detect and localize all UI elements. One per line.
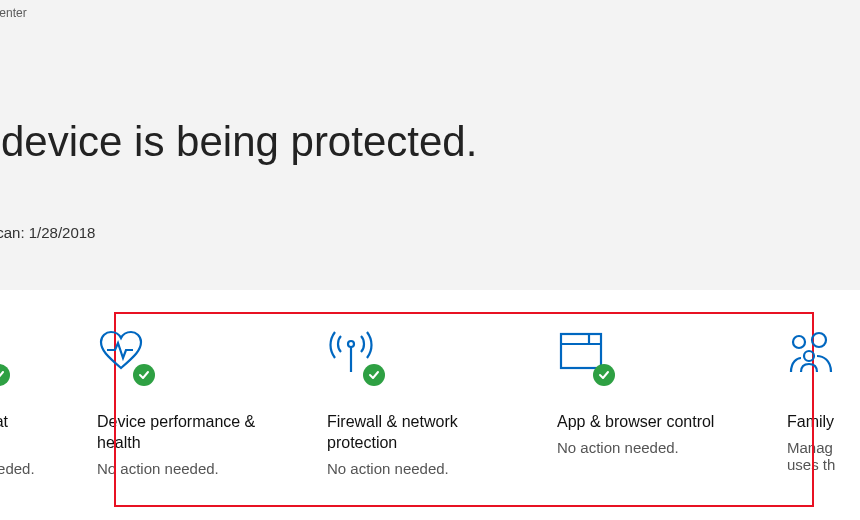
family-icon <box>787 328 839 380</box>
broadcast-icon <box>327 328 379 380</box>
tile-status: ons needed. <box>0 460 42 477</box>
browser-window-icon <box>557 328 609 380</box>
app-title: ecurity Center <box>0 4 860 20</box>
tile-family[interactable]: Family Manag uses th <box>787 328 847 498</box>
check-badge-icon <box>593 364 615 386</box>
tile-firewall[interactable]: Firewall & network protection No action … <box>327 328 502 498</box>
shield-icon <box>0 328 4 380</box>
tile-title: Firewall & network protection <box>327 412 502 454</box>
svg-point-5 <box>812 333 826 347</box>
heart-pulse-icon <box>97 328 149 380</box>
check-badge-icon <box>363 364 385 386</box>
tile-link[interactable]: ss <box>0 481 42 498</box>
tile-virus-threat[interactable]: & threat ction ons needed. ss <box>0 328 42 498</box>
tile-title: Family <box>787 412 847 433</box>
svg-point-4 <box>793 336 805 348</box>
tile-title: App & browser control <box>557 412 732 433</box>
tile-status: No action needed. <box>327 460 502 477</box>
check-badge-icon <box>0 364 10 386</box>
tile-device-health[interactable]: Device performance & health No action ne… <box>97 328 272 498</box>
header-region: ecurity Center ur device is being protec… <box>0 0 860 290</box>
tile-title: & threat ction <box>0 412 42 454</box>
tile-status: No action needed. <box>97 460 272 477</box>
last-scan-label: ealth scan: 1/28/2018 <box>0 224 860 241</box>
tile-status: Manag uses th <box>787 439 847 473</box>
tile-app-browser[interactable]: App & browser control No action needed. <box>557 328 732 498</box>
svg-point-0 <box>348 341 354 347</box>
svg-rect-1 <box>561 334 601 368</box>
check-badge-icon <box>133 364 155 386</box>
tiles-row: & threat ction ons needed. ss Device per… <box>0 290 860 498</box>
hero-title: ur device is being protected. <box>0 118 860 166</box>
tile-status: No action needed. <box>557 439 732 456</box>
svg-point-6 <box>804 351 814 361</box>
tile-title: Device performance & health <box>97 412 272 454</box>
